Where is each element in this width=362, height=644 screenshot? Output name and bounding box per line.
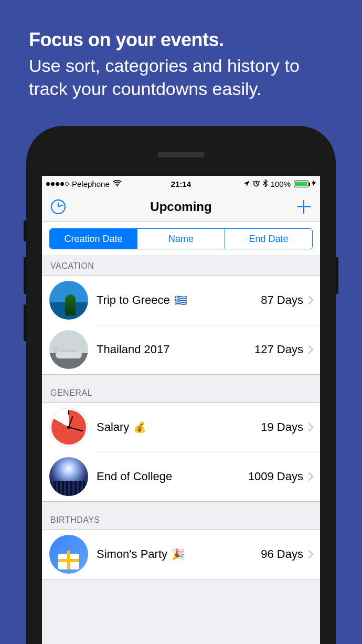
chevron-right-icon [303,550,314,558]
event-countdown: 127 Days [254,343,303,356]
nav-title: Upcoming [150,199,211,214]
phone-side-button [336,257,338,294]
sort-segmented-wrap: Creation Date Name End Date [42,222,320,256]
event-countdown: 87 Days [261,293,303,307]
event-emoji: 💰 [133,421,146,434]
event-title: Trip to Greece [97,293,170,307]
countdown-row[interactable]: Simon's Party 🎉 96 Days [42,530,320,579]
segment-name[interactable]: Name [137,229,225,249]
charging-icon [312,180,316,188]
sort-segmented-control: Creation Date Name End Date [49,228,313,249]
clock-icon [51,199,66,214]
section-header-vacation: VACATION [42,256,320,275]
location-icon [243,180,250,188]
phone-side-button [24,304,26,341]
event-thumb-icon [49,457,88,496]
nav-bar: Upcoming [42,192,320,222]
chevron-right-icon [303,423,314,431]
plus-icon [297,200,311,214]
event-countdown: 19 Days [261,420,303,434]
event-emoji: 🎉 [172,548,185,561]
phone-screen: Pelephone 21:14 100% [42,176,320,644]
section-header-general: GENERAL [42,375,320,402]
battery-icon [294,181,308,187]
event-countdown: 96 Days [261,547,303,561]
countdown-row[interactable]: Trip to Greece 🇬🇷 87 Days [42,276,320,325]
event-title: Simon's Party [97,547,167,561]
promo-sub: Use sort, categories and history to trac… [29,54,333,100]
battery-pct: 100% [271,180,291,188]
chevron-right-icon [303,472,314,481]
chevron-right-icon [303,345,314,354]
segment-creation-date[interactable]: Creation Date [50,229,137,249]
event-title: Salary [97,420,129,434]
countdown-row[interactable]: End of College 1009 Days [42,452,320,501]
promo-copy: Focus on your events. Use sort, categori… [0,0,362,100]
segment-end-date[interactable]: End Date [225,229,312,249]
phone-frame: Pelephone 21:14 100% [26,126,336,644]
event-countdown: 1009 Days [248,470,303,483]
bluetooth-icon [263,180,268,188]
countdown-row[interactable]: Thailand 2017 127 Days [42,325,320,374]
phone-side-button [24,257,26,294]
event-title: Thailand 2017 [97,343,169,356]
event-thumb-icon [49,408,88,447]
status-time: 21:14 [171,180,191,188]
wifi-icon [113,180,122,188]
event-emoji: 🇬🇷 [174,294,187,307]
event-thumb-icon [49,535,88,574]
event-title: End of College [97,470,172,483]
add-button[interactable] [295,198,313,216]
countdown-row[interactable]: Salary 💰 19 Days [42,403,320,452]
alarm-icon [253,180,260,188]
section-header-birthdays: BIRTHDAYS [42,502,320,529]
signal-dots-icon [46,182,69,186]
carrier-label: Pelephone [72,180,110,188]
event-thumb-icon [49,281,88,320]
history-button[interactable] [49,198,67,216]
promo-headline: Focus on your events. [29,29,333,51]
phone-side-button [24,220,26,241]
chevron-right-icon [303,296,314,304]
status-bar: Pelephone 21:14 100% [42,176,320,192]
event-thumb-icon [49,330,88,369]
